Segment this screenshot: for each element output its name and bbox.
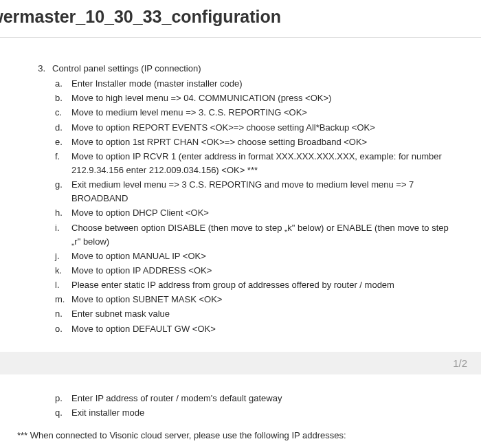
sub-bullet: l.: [55, 278, 71, 292]
main-bullet: 3.: [34, 62, 52, 76]
page-number: 1/2: [453, 357, 467, 369]
sub-text: Move to high level menu => 04. COMMUNICA…: [71, 91, 457, 105]
list-item: b.Move to high level menu => 04. COMMUNI…: [55, 91, 457, 105]
footnote: *** When connected to Visonic cloud serv…: [17, 430, 457, 440]
sub-text: Enter IP address of router / modem's def…: [71, 392, 457, 405]
sub-bullet: n.: [55, 307, 71, 321]
list-item: j.Move to option MANUAL IP <OK>: [55, 249, 457, 263]
sub-bullet: m.: [55, 293, 71, 306]
list-item: q.Exit installer mode: [55, 406, 457, 420]
sub-text: Exit medium level menu => 3 C.S. REPORTI…: [71, 178, 457, 205]
page-header: owermaster_10_30_33_configuration: [0, 0, 481, 38]
list-item: e.Move to option 1st RPRT CHAN <OK>=> ch…: [55, 135, 457, 149]
document-content: 3. Control panel settings (IP connection…: [0, 48, 481, 344]
page-indicator-bar: 1/2: [0, 352, 481, 374]
list-item: o.Move to option DEFAULT GW <OK>: [55, 322, 457, 336]
sub-bullet: g.: [55, 178, 71, 205]
document-continuation: p.Enter IP address of router / modem's d…: [0, 374, 481, 448]
sub-text: Move to option DHCP Client <OK>: [71, 206, 457, 220]
list-item: d.Move to option REPORT EVENTS <OK>=> ch…: [55, 121, 457, 135]
sub-bullet: j.: [55, 249, 71, 263]
list-item: c.Move to medium level menu => 3. C.S. R…: [55, 106, 457, 120]
sub-text: Move to option 1st RPRT CHAN <OK>=> choo…: [71, 135, 457, 149]
list-item: n.Enter subnet mask value: [55, 307, 457, 321]
sub-bullet: o.: [55, 322, 71, 336]
sub-text: Enter subnet mask value: [71, 307, 457, 321]
list-item: i.Choose between option DISABLE (then mo…: [55, 221, 457, 249]
sub-text: Move to option IP ADDRESS <OK>: [71, 264, 457, 278]
list-item: m.Move to option SUBNET MASK <OK>: [55, 293, 457, 306]
list-item-main: 3. Control panel settings (IP connection…: [34, 62, 457, 76]
sub-bullet: h.: [55, 206, 71, 220]
sub-text: Move to option IP RCVR 1 (enter address …: [71, 150, 457, 177]
ordered-list-container: p.Enter IP address of router / modem's d…: [34, 392, 457, 420]
list-item: p.Enter IP address of router / modem's d…: [55, 392, 457, 405]
sub-text: Please enter static IP address from grou…: [71, 278, 457, 292]
main-heading: Control panel settings (IP connection): [52, 62, 201, 76]
list-item: a.Enter Installer mode (master installer…: [55, 77, 457, 91]
list-item: h.Move to option DHCP Client <OK>: [55, 206, 457, 220]
sub-text: Choose between option DISABLE (then move…: [71, 221, 457, 249]
list-item: f.Move to option IP RCVR 1 (enter addres…: [55, 150, 457, 177]
sub-text: Move to option REPORT EVENTS <OK>=> choo…: [71, 121, 457, 135]
sub-bullet: p.: [55, 392, 71, 405]
sub-text: Exit installer mode: [71, 406, 457, 420]
sub-list: p.Enter IP address of router / modem's d…: [55, 392, 457, 420]
page-title: owermaster_10_30_33_configuration: [0, 7, 481, 27]
sub-bullet: c.: [55, 106, 71, 120]
sub-bullet: b.: [55, 91, 71, 105]
list-item: g.Exit medium level menu => 3 C.S. REPOR…: [55, 178, 457, 205]
sub-text: Move to option DEFAULT GW <OK>: [71, 322, 457, 336]
sub-bullet: e.: [55, 135, 71, 149]
ordered-list-container: 3. Control panel settings (IP connection…: [34, 62, 457, 336]
sub-bullet: q.: [55, 406, 71, 420]
list-item: k.Move to option IP ADDRESS <OK>: [55, 264, 457, 278]
list-item: l.Please enter static IP address from gr…: [55, 278, 457, 292]
sub-bullet: k.: [55, 264, 71, 278]
sub-bullet: a.: [55, 77, 71, 91]
sub-text: Move to option MANUAL IP <OK>: [71, 249, 457, 263]
sub-list: a.Enter Installer mode (master installer…: [55, 77, 457, 336]
sub-bullet: d.: [55, 121, 71, 135]
sub-text: Enter Installer mode (master installer c…: [71, 77, 457, 91]
sub-text: Move to option SUBNET MASK <OK>: [71, 293, 457, 306]
sub-bullet: f.: [55, 150, 71, 177]
sub-bullet: i.: [55, 221, 71, 249]
sub-text: Move to medium level menu => 3. C.S. REP…: [71, 106, 457, 120]
